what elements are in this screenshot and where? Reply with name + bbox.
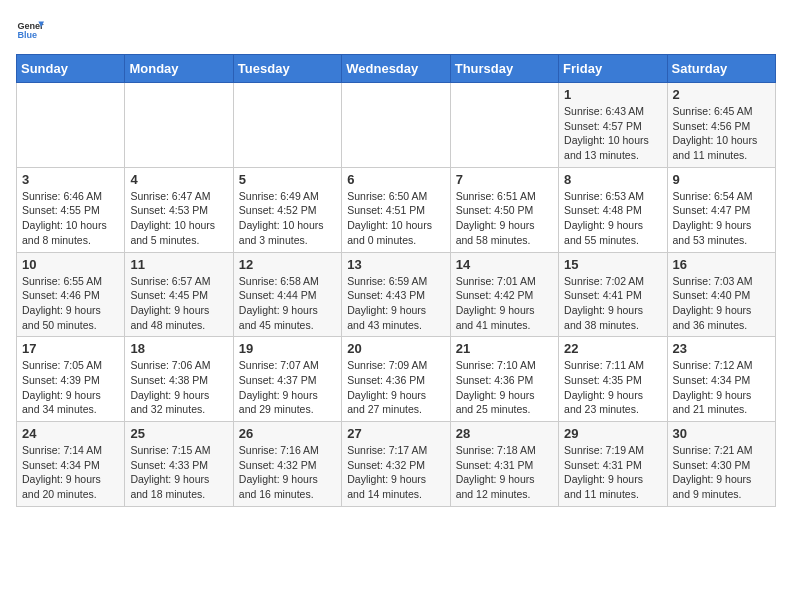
week-row-4: 24Sunrise: 7:14 AM Sunset: 4:34 PM Dayli… xyxy=(17,422,776,507)
calendar-cell: 27Sunrise: 7:17 AM Sunset: 4:32 PM Dayli… xyxy=(342,422,450,507)
calendar-cell: 26Sunrise: 7:16 AM Sunset: 4:32 PM Dayli… xyxy=(233,422,341,507)
calendar-cell: 23Sunrise: 7:12 AM Sunset: 4:34 PM Dayli… xyxy=(667,337,775,422)
day-info: Sunrise: 7:05 AM Sunset: 4:39 PM Dayligh… xyxy=(22,358,119,417)
day-number: 15 xyxy=(564,257,661,272)
day-number: 19 xyxy=(239,341,336,356)
day-number: 21 xyxy=(456,341,553,356)
calendar-cell xyxy=(125,83,233,168)
day-info: Sunrise: 6:49 AM Sunset: 4:52 PM Dayligh… xyxy=(239,189,336,248)
day-info: Sunrise: 7:01 AM Sunset: 4:42 PM Dayligh… xyxy=(456,274,553,333)
calendar-cell: 4Sunrise: 6:47 AM Sunset: 4:53 PM Daylig… xyxy=(125,167,233,252)
day-number: 24 xyxy=(22,426,119,441)
weekday-header-thursday: Thursday xyxy=(450,55,558,83)
weekday-header-wednesday: Wednesday xyxy=(342,55,450,83)
day-info: Sunrise: 6:58 AM Sunset: 4:44 PM Dayligh… xyxy=(239,274,336,333)
day-info: Sunrise: 7:10 AM Sunset: 4:36 PM Dayligh… xyxy=(456,358,553,417)
weekday-header-monday: Monday xyxy=(125,55,233,83)
calendar-cell: 1Sunrise: 6:43 AM Sunset: 4:57 PM Daylig… xyxy=(559,83,667,168)
day-info: Sunrise: 7:14 AM Sunset: 4:34 PM Dayligh… xyxy=(22,443,119,502)
weekday-header-row: SundayMondayTuesdayWednesdayThursdayFrid… xyxy=(17,55,776,83)
day-info: Sunrise: 7:18 AM Sunset: 4:31 PM Dayligh… xyxy=(456,443,553,502)
day-number: 27 xyxy=(347,426,444,441)
week-row-2: 10Sunrise: 6:55 AM Sunset: 4:46 PM Dayli… xyxy=(17,252,776,337)
day-info: Sunrise: 6:51 AM Sunset: 4:50 PM Dayligh… xyxy=(456,189,553,248)
calendar-cell: 8Sunrise: 6:53 AM Sunset: 4:48 PM Daylig… xyxy=(559,167,667,252)
day-number: 2 xyxy=(673,87,770,102)
day-info: Sunrise: 7:21 AM Sunset: 4:30 PM Dayligh… xyxy=(673,443,770,502)
day-number: 8 xyxy=(564,172,661,187)
day-info: Sunrise: 6:53 AM Sunset: 4:48 PM Dayligh… xyxy=(564,189,661,248)
calendar-cell: 6Sunrise: 6:50 AM Sunset: 4:51 PM Daylig… xyxy=(342,167,450,252)
day-info: Sunrise: 6:54 AM Sunset: 4:47 PM Dayligh… xyxy=(673,189,770,248)
day-number: 5 xyxy=(239,172,336,187)
week-row-1: 3Sunrise: 6:46 AM Sunset: 4:55 PM Daylig… xyxy=(17,167,776,252)
day-number: 26 xyxy=(239,426,336,441)
calendar-cell xyxy=(233,83,341,168)
calendar-cell: 15Sunrise: 7:02 AM Sunset: 4:41 PM Dayli… xyxy=(559,252,667,337)
calendar-body: 1Sunrise: 6:43 AM Sunset: 4:57 PM Daylig… xyxy=(17,83,776,507)
calendar-cell: 12Sunrise: 6:58 AM Sunset: 4:44 PM Dayli… xyxy=(233,252,341,337)
calendar-cell: 22Sunrise: 7:11 AM Sunset: 4:35 PM Dayli… xyxy=(559,337,667,422)
logo: General Blue xyxy=(16,16,44,44)
day-number: 25 xyxy=(130,426,227,441)
calendar-cell: 3Sunrise: 6:46 AM Sunset: 4:55 PM Daylig… xyxy=(17,167,125,252)
day-number: 11 xyxy=(130,257,227,272)
day-number: 29 xyxy=(564,426,661,441)
day-number: 14 xyxy=(456,257,553,272)
day-info: Sunrise: 7:15 AM Sunset: 4:33 PM Dayligh… xyxy=(130,443,227,502)
weekday-header-friday: Friday xyxy=(559,55,667,83)
day-info: Sunrise: 7:16 AM Sunset: 4:32 PM Dayligh… xyxy=(239,443,336,502)
day-number: 20 xyxy=(347,341,444,356)
day-info: Sunrise: 7:17 AM Sunset: 4:32 PM Dayligh… xyxy=(347,443,444,502)
calendar-cell: 9Sunrise: 6:54 AM Sunset: 4:47 PM Daylig… xyxy=(667,167,775,252)
calendar-cell: 14Sunrise: 7:01 AM Sunset: 4:42 PM Dayli… xyxy=(450,252,558,337)
day-number: 16 xyxy=(673,257,770,272)
calendar-cell: 7Sunrise: 6:51 AM Sunset: 4:50 PM Daylig… xyxy=(450,167,558,252)
svg-text:Blue: Blue xyxy=(17,30,37,40)
calendar-cell: 18Sunrise: 7:06 AM Sunset: 4:38 PM Dayli… xyxy=(125,337,233,422)
calendar-cell: 17Sunrise: 7:05 AM Sunset: 4:39 PM Dayli… xyxy=(17,337,125,422)
calendar-cell: 29Sunrise: 7:19 AM Sunset: 4:31 PM Dayli… xyxy=(559,422,667,507)
day-number: 28 xyxy=(456,426,553,441)
day-number: 9 xyxy=(673,172,770,187)
day-number: 4 xyxy=(130,172,227,187)
day-info: Sunrise: 6:50 AM Sunset: 4:51 PM Dayligh… xyxy=(347,189,444,248)
calendar-cell: 24Sunrise: 7:14 AM Sunset: 4:34 PM Dayli… xyxy=(17,422,125,507)
day-info: Sunrise: 7:12 AM Sunset: 4:34 PM Dayligh… xyxy=(673,358,770,417)
logo-icon: General Blue xyxy=(16,16,44,44)
day-info: Sunrise: 7:11 AM Sunset: 4:35 PM Dayligh… xyxy=(564,358,661,417)
day-number: 7 xyxy=(456,172,553,187)
day-number: 10 xyxy=(22,257,119,272)
calendar-cell: 21Sunrise: 7:10 AM Sunset: 4:36 PM Dayli… xyxy=(450,337,558,422)
calendar-cell: 16Sunrise: 7:03 AM Sunset: 4:40 PM Dayli… xyxy=(667,252,775,337)
day-info: Sunrise: 6:45 AM Sunset: 4:56 PM Dayligh… xyxy=(673,104,770,163)
calendar-cell: 13Sunrise: 6:59 AM Sunset: 4:43 PM Dayli… xyxy=(342,252,450,337)
calendar-cell: 20Sunrise: 7:09 AM Sunset: 4:36 PM Dayli… xyxy=(342,337,450,422)
week-row-0: 1Sunrise: 6:43 AM Sunset: 4:57 PM Daylig… xyxy=(17,83,776,168)
week-row-3: 17Sunrise: 7:05 AM Sunset: 4:39 PM Dayli… xyxy=(17,337,776,422)
day-number: 1 xyxy=(564,87,661,102)
day-number: 18 xyxy=(130,341,227,356)
calendar-cell xyxy=(450,83,558,168)
day-info: Sunrise: 7:03 AM Sunset: 4:40 PM Dayligh… xyxy=(673,274,770,333)
day-number: 6 xyxy=(347,172,444,187)
day-info: Sunrise: 6:46 AM Sunset: 4:55 PM Dayligh… xyxy=(22,189,119,248)
day-number: 30 xyxy=(673,426,770,441)
day-number: 12 xyxy=(239,257,336,272)
header: General Blue xyxy=(16,16,776,44)
weekday-header-sunday: Sunday xyxy=(17,55,125,83)
day-info: Sunrise: 7:06 AM Sunset: 4:38 PM Dayligh… xyxy=(130,358,227,417)
calendar-cell: 30Sunrise: 7:21 AM Sunset: 4:30 PM Dayli… xyxy=(667,422,775,507)
calendar-cell xyxy=(17,83,125,168)
weekday-header-saturday: Saturday xyxy=(667,55,775,83)
day-info: Sunrise: 6:59 AM Sunset: 4:43 PM Dayligh… xyxy=(347,274,444,333)
calendar-table: SundayMondayTuesdayWednesdayThursdayFrid… xyxy=(16,54,776,507)
day-number: 23 xyxy=(673,341,770,356)
calendar-cell xyxy=(342,83,450,168)
day-info: Sunrise: 7:02 AM Sunset: 4:41 PM Dayligh… xyxy=(564,274,661,333)
calendar-cell: 11Sunrise: 6:57 AM Sunset: 4:45 PM Dayli… xyxy=(125,252,233,337)
day-number: 3 xyxy=(22,172,119,187)
day-info: Sunrise: 7:09 AM Sunset: 4:36 PM Dayligh… xyxy=(347,358,444,417)
day-info: Sunrise: 6:57 AM Sunset: 4:45 PM Dayligh… xyxy=(130,274,227,333)
calendar-cell: 5Sunrise: 6:49 AM Sunset: 4:52 PM Daylig… xyxy=(233,167,341,252)
